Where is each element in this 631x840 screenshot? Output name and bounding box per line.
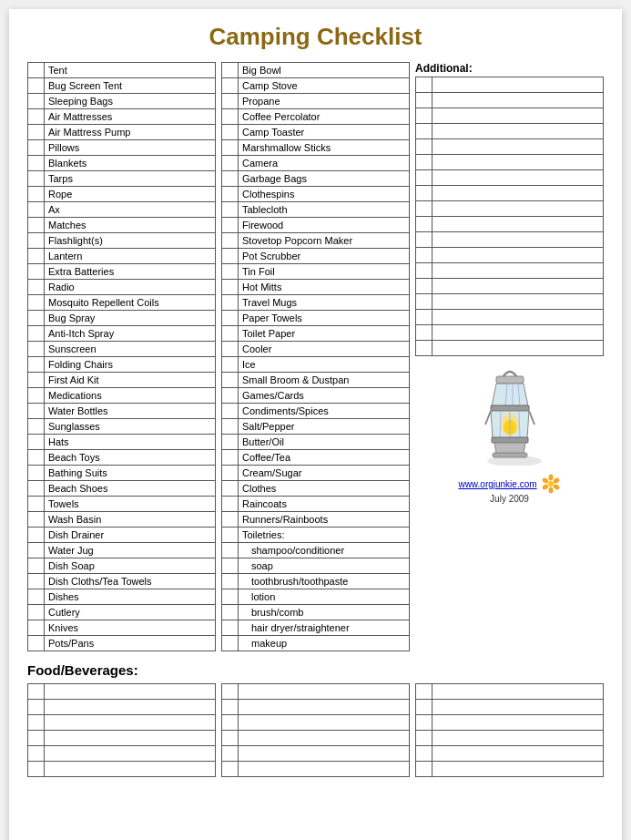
checkbox-cell[interactable] <box>28 746 45 762</box>
checkbox-cell[interactable] <box>28 202 45 218</box>
checkbox-cell[interactable] <box>222 94 239 109</box>
checkbox-cell[interactable] <box>416 186 433 201</box>
checkbox-cell[interactable] <box>28 63 45 78</box>
checkbox-cell[interactable] <box>28 700 45 715</box>
checkbox-cell[interactable] <box>416 248 433 263</box>
checkbox-cell[interactable] <box>28 140 45 156</box>
checkbox-cell[interactable] <box>28 684 45 700</box>
checkbox-cell[interactable] <box>28 156 45 171</box>
checkbox-cell[interactable] <box>28 435 45 450</box>
checkbox-cell[interactable] <box>416 715 433 731</box>
checkbox-cell[interactable] <box>222 543 239 558</box>
checkbox-cell[interactable] <box>222 388 239 404</box>
checkbox-cell[interactable] <box>222 762 239 777</box>
checkbox-cell[interactable] <box>28 466 45 481</box>
checkbox-cell[interactable] <box>28 589 45 605</box>
checkbox-cell[interactable] <box>416 325 433 341</box>
checkbox-cell[interactable] <box>28 605 45 620</box>
checkbox-cell[interactable] <box>28 636 45 651</box>
checkbox-cell[interactable] <box>222 589 239 605</box>
checkbox-cell[interactable] <box>416 93 433 108</box>
checkbox-cell[interactable] <box>222 311 239 326</box>
checkbox-cell[interactable] <box>28 264 45 280</box>
checkbox-cell[interactable] <box>416 124 433 139</box>
checkbox-cell[interactable] <box>222 528 239 543</box>
checkbox-cell[interactable] <box>416 201 433 217</box>
checkbox-cell[interactable] <box>222 202 239 218</box>
checkbox-cell[interactable] <box>28 109 45 125</box>
checkbox-cell[interactable] <box>416 731 433 746</box>
checkbox-cell[interactable] <box>28 528 45 543</box>
checkbox-cell[interactable] <box>222 481 239 497</box>
checkbox-cell[interactable] <box>28 404 45 419</box>
checkbox-cell[interactable] <box>222 497 239 512</box>
checkbox-cell[interactable] <box>28 620 45 636</box>
checkbox-cell[interactable] <box>28 388 45 404</box>
checkbox-cell[interactable] <box>222 605 239 620</box>
checkbox-cell[interactable] <box>416 341 433 356</box>
checkbox-cell[interactable] <box>222 404 239 419</box>
checkbox-cell[interactable] <box>222 187 239 202</box>
checkbox-cell[interactable] <box>28 280 45 295</box>
checkbox-cell[interactable] <box>416 684 433 700</box>
checkbox-cell[interactable] <box>416 762 433 777</box>
checkbox-cell[interactable] <box>222 280 239 295</box>
checkbox-cell[interactable] <box>28 373 45 388</box>
checkbox-cell[interactable] <box>416 217 433 232</box>
checkbox-cell[interactable] <box>222 233 239 249</box>
checkbox-cell[interactable] <box>28 419 45 435</box>
checkbox-cell[interactable] <box>416 294 433 310</box>
checkbox-cell[interactable] <box>28 295 45 311</box>
checkbox-cell[interactable] <box>28 249 45 264</box>
checkbox-cell[interactable] <box>28 450 45 466</box>
website-link[interactable]: www.orgjunkie.com <box>458 479 536 489</box>
checkbox-cell[interactable] <box>222 171 239 187</box>
checkbox-cell[interactable] <box>28 326 45 342</box>
checkbox-cell[interactable] <box>28 357 45 373</box>
checkbox-cell[interactable] <box>222 78 239 94</box>
checkbox-cell[interactable] <box>222 140 239 156</box>
checkbox-cell[interactable] <box>222 357 239 373</box>
checkbox-cell[interactable] <box>416 170 433 186</box>
checkbox-cell[interactable] <box>222 419 239 435</box>
checkbox-cell[interactable] <box>222 249 239 264</box>
checkbox-cell[interactable] <box>28 558 45 574</box>
checkbox-cell[interactable] <box>222 218 239 233</box>
checkbox-cell[interactable] <box>222 326 239 342</box>
checkbox-cell[interactable] <box>222 156 239 171</box>
checkbox-cell[interactable] <box>222 700 239 715</box>
checkbox-cell[interactable] <box>222 435 239 450</box>
checkbox-cell[interactable] <box>222 574 239 589</box>
checkbox-cell[interactable] <box>416 263 433 279</box>
checkbox-cell[interactable] <box>416 700 433 715</box>
checkbox-cell[interactable] <box>222 512 239 528</box>
checkbox-cell[interactable] <box>28 171 45 187</box>
checkbox-cell[interactable] <box>28 233 45 249</box>
checkbox-cell[interactable] <box>222 466 239 481</box>
checkbox-cell[interactable] <box>28 715 45 731</box>
checkbox-cell[interactable] <box>222 264 239 280</box>
checkbox-cell[interactable] <box>222 295 239 311</box>
checkbox-cell[interactable] <box>28 731 45 746</box>
checkbox-cell[interactable] <box>28 543 45 558</box>
checkbox-cell[interactable] <box>416 139 433 155</box>
checkbox-cell[interactable] <box>416 310 433 325</box>
checkbox-cell[interactable] <box>28 311 45 326</box>
checkbox-cell[interactable] <box>222 109 239 125</box>
checkbox-cell[interactable] <box>222 731 239 746</box>
checkbox-cell[interactable] <box>28 342 45 357</box>
checkbox-cell[interactable] <box>416 77 433 93</box>
checkbox-cell[interactable] <box>222 63 239 78</box>
checkbox-cell[interactable] <box>416 746 433 762</box>
checkbox-cell[interactable] <box>28 574 45 589</box>
checkbox-cell[interactable] <box>222 684 239 700</box>
checkbox-cell[interactable] <box>28 78 45 94</box>
checkbox-cell[interactable] <box>28 94 45 109</box>
checkbox-cell[interactable] <box>222 125 239 140</box>
checkbox-cell[interactable] <box>222 450 239 466</box>
checkbox-cell[interactable] <box>222 746 239 762</box>
checkbox-cell[interactable] <box>222 715 239 731</box>
checkbox-cell[interactable] <box>222 620 239 636</box>
checkbox-cell[interactable] <box>416 108 433 124</box>
checkbox-cell[interactable] <box>416 279 433 294</box>
